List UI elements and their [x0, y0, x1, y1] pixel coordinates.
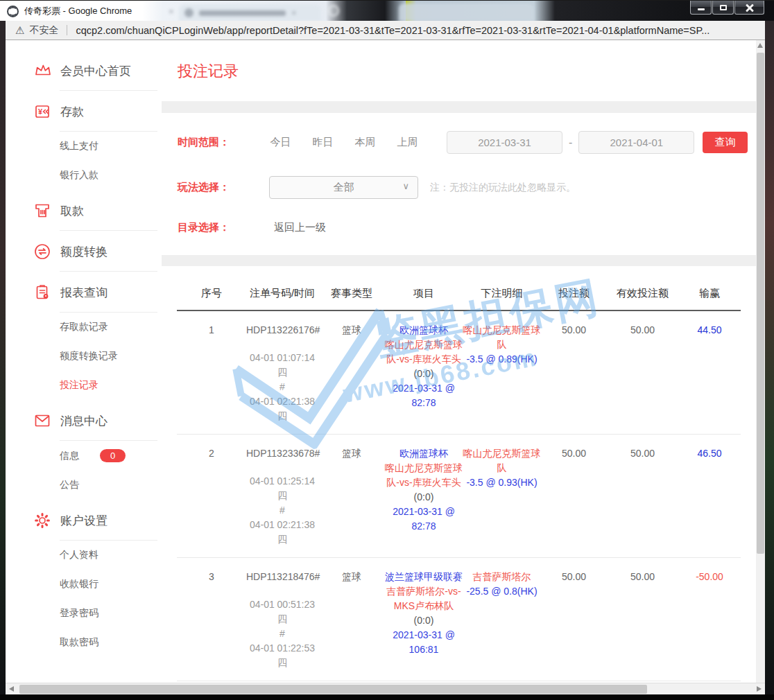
maximize-button[interactable]	[712, 1, 734, 15]
sidebar: 会员中心首页 ¥ 存款 线上支付 银行入款	[6, 40, 162, 683]
table-header: 序号 注单号码/时间 赛事类型 项目 下注明细 投注额 有效投注额 输赢	[177, 266, 741, 311]
security-warning-icon: ⚠	[15, 25, 24, 35]
directory-label: 目录选择：	[178, 221, 259, 234]
minimize-icon	[698, 8, 705, 10]
table-row: 3 HDP113218476# 04-01 00:51:23 四 # 04-01…	[177, 558, 741, 681]
sidebar-item-member-home[interactable]: 会员中心首页	[6, 50, 162, 90]
close-icon	[746, 3, 754, 12]
window-controls	[689, 1, 764, 15]
quick-range-yesterday[interactable]: 昨日	[302, 136, 344, 149]
scroll-left-icon[interactable]	[9, 686, 14, 692]
date-from-input[interactable]: 2021-03-31	[447, 131, 562, 154]
horizontal-scrollbar[interactable]	[6, 683, 765, 694]
sidebar-item-quota-transfer-records[interactable]: 额度转换记录	[6, 342, 162, 371]
filter-panel: 时间范围： 今日 昨日 本周 上周 2021-03-31 - 2021-04-0…	[162, 113, 756, 255]
browser-window: 传奇彩票 - Google Chrome × × ⚠ 不安全	[0, 0, 774, 700]
sidebar-item-receiving-bank[interactable]: 收款银行	[6, 570, 162, 599]
crown-icon	[33, 62, 51, 80]
sidebar-item-announcements[interactable]: 公告	[6, 471, 162, 500]
horizontal-scrollbar-thumb[interactable]	[19, 685, 647, 694]
play-type-label: 玩法选择：	[178, 181, 259, 194]
page-title: 投注记录	[178, 61, 756, 82]
url-text[interactable]: cqcp2.com/chuanQiCPLoginWeb/app/reportDe…	[76, 25, 710, 36]
scroll-up-icon[interactable]	[757, 43, 763, 48]
quick-range-last-week[interactable]: 上周	[386, 136, 429, 149]
message-icon	[33, 412, 51, 430]
deposit-icon: ¥	[33, 103, 51, 121]
url-separator	[67, 25, 67, 35]
ghost-tab-close-icon: ×	[169, 6, 174, 17]
maximize-icon	[720, 5, 727, 10]
not-secure-label[interactable]: 不安全	[29, 24, 58, 37]
sidebar-item-withdraw[interactable]: 取款	[6, 190, 162, 230]
play-type-select[interactable]: 全部 ∨	[269, 176, 418, 199]
report-icon	[33, 283, 51, 301]
sidebar-item-account-settings[interactable]: 账户设置	[6, 500, 162, 540]
window-titlebar: 传奇彩票 - Google Chrome × ×	[0, 0, 774, 21]
main-content: 投注记录 时间范围： 今日 昨日 本周 上周 2021-03-31 - 2021…	[162, 40, 756, 683]
ghost-new-tab-icon	[327, 5, 339, 17]
sidebar-item-messages[interactable]: 信息 0	[6, 441, 162, 471]
address-bar[interactable]: ⚠ 不安全 cqcp2.com/chuanQiCPLoginWeb/app/re…	[6, 21, 765, 40]
sidebar-item-bank-deposit[interactable]: 银行入款	[6, 161, 162, 190]
transfer-icon	[33, 243, 51, 261]
window-border-bottom	[0, 694, 774, 700]
vertical-scrollbar-thumb[interactable]	[757, 53, 764, 554]
sidebar-item-reports[interactable]: 报表查询	[6, 272, 162, 312]
withdraw-icon	[33, 202, 51, 220]
directory-back-link[interactable]: 返回上一级	[274, 221, 326, 234]
quick-range-today[interactable]: 今日	[259, 136, 302, 149]
query-button[interactable]: 查询	[703, 132, 748, 153]
minimize-button[interactable]	[690, 1, 712, 15]
chrome-favicon-icon	[7, 6, 19, 17]
time-range-label: 时间范围：	[178, 136, 259, 149]
sidebar-item-betting-records[interactable]: 投注记录	[6, 371, 162, 400]
svg-text:¥: ¥	[38, 107, 43, 116]
play-type-note: 注：无投注的玩法此处忽略显示。	[430, 182, 576, 194]
sidebar-item-online-payment[interactable]: 线上支付	[6, 132, 162, 161]
ghost-tab: ×	[179, 4, 321, 21]
message-count-badge: 0	[100, 449, 126, 462]
table-row: 1 HDP113226176# 04-01 01:07:14 四 # 04-01…	[177, 311, 741, 435]
window-border-left	[0, 21, 6, 694]
sidebar-item-withdraw-password[interactable]: 取款密码	[6, 628, 162, 657]
chevron-down-icon: ∨	[402, 181, 409, 191]
date-range-separator: -	[569, 137, 572, 149]
sidebar-item-quota-transfer[interactable]: 额度转换	[6, 231, 162, 271]
sidebar-item-deposit[interactable]: ¥ 存款	[6, 91, 162, 131]
table-row: 2 HDP113233678# 04-01 01:25:14 四 # 04-01…	[177, 435, 741, 558]
sidebar-item-deposit-withdraw-records[interactable]: 存取款记录	[6, 313, 162, 342]
sidebar-item-message-center[interactable]: 消息中心	[6, 400, 162, 440]
scroll-right-icon[interactable]	[757, 686, 762, 692]
window-border-right	[765, 21, 774, 694]
window-title: 传奇彩票 - Google Chrome	[24, 5, 132, 17]
sidebar-item-personal-info[interactable]: 个人资料	[6, 541, 162, 570]
gear-icon	[33, 511, 51, 530]
ghost-favicon	[184, 8, 194, 17]
date-to-input[interactable]: 2021-04-01	[578, 131, 694, 154]
vertical-scrollbar[interactable]	[756, 40, 765, 683]
sidebar-item-login-password[interactable]: 登录密码	[6, 599, 162, 628]
records-table-panel: 序号 注单号码/时间 赛事类型 项目 下注明细 投注额 有效投注额 输赢 1	[162, 266, 756, 683]
quick-range-this-week[interactable]: 本周	[344, 136, 386, 149]
close-button[interactable]	[734, 1, 764, 15]
